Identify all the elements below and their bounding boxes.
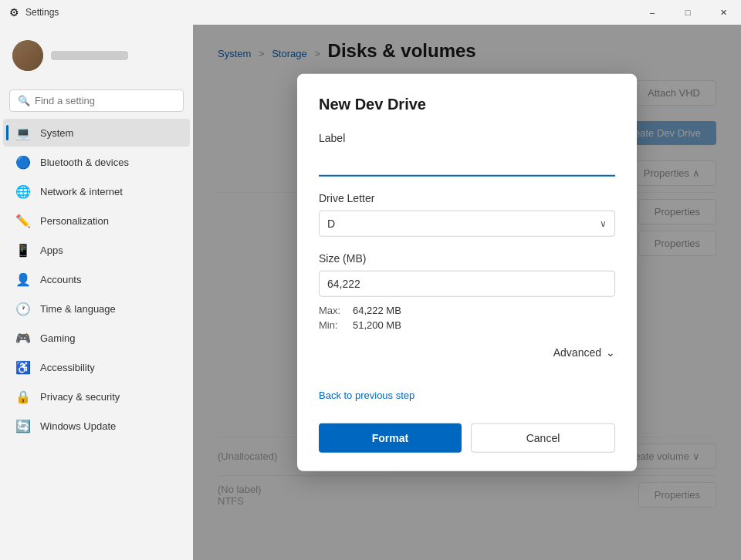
user-info	[51, 51, 128, 60]
advanced-toggle[interactable]: Advanced ⌄	[319, 346, 615, 359]
dialog-footer: Format Cancel	[319, 423, 615, 453]
update-icon: 🔄	[15, 418, 31, 433]
user-profile[interactable]	[0, 31, 193, 80]
settings-layout: 🔍 💻 System 🔵 Bluetooth & devices 🌐 Netwo…	[0, 25, 741, 560]
sidebar-item-label-time: Time & language	[40, 303, 116, 315]
sidebar-item-time[interactable]: 🕐 Time & language	[3, 295, 190, 322]
time-icon: 🕐	[15, 301, 31, 316]
gaming-icon: 🎮	[15, 330, 31, 346]
sidebar-item-label-system: System	[40, 127, 73, 139]
user-name	[51, 51, 128, 60]
main-content: System > Storage > Disks & volumes Creat…	[193, 25, 741, 560]
drive-letter-label: Drive Letter	[319, 192, 615, 204]
sidebar-item-network[interactable]: 🌐 Network & internet	[3, 177, 190, 205]
drive-letter-select[interactable]: D ∨	[319, 211, 615, 237]
sidebar-item-label-personalization: Personalization	[40, 215, 109, 227]
drive-letter-field-group: Drive Letter D ∨	[319, 192, 615, 237]
title-bar: ⚙ Settings – □ ✕	[0, 0, 741, 25]
apps-icon: 📱	[15, 242, 31, 258]
search-input[interactable]	[35, 95, 175, 106]
sidebar-item-personalization[interactable]: ✏️ Personalization	[3, 207, 190, 234]
sidebar-item-label-privacy: Privacy & security	[40, 391, 120, 403]
min-size-row: Min: 51,200 MB	[319, 319, 615, 331]
new-dev-drive-dialog: New Dev Drive Label Drive Letter D ∨ Siz…	[297, 74, 637, 471]
dialog-title: New Dev Drive	[319, 96, 615, 113]
drive-letter-value: D	[320, 211, 614, 236]
personalization-icon: ✏️	[15, 213, 31, 228]
max-label: Max:	[319, 305, 347, 316]
title-bar-controls: – □ ✕	[634, 0, 741, 25]
sidebar-item-label-gaming: Gaming	[40, 332, 76, 344]
size-field-label: Size (MB)	[319, 252, 615, 265]
sidebar-item-update[interactable]: 🔄 Windows Update	[3, 412, 190, 440]
chevron-down-icon-advanced: ⌄	[606, 346, 615, 359]
title-bar-title: Settings	[25, 7, 59, 18]
size-info: Max: 64,222 MB Min: 51,200 MB	[319, 305, 615, 331]
accounts-icon: 👤	[15, 272, 31, 287]
sidebar-item-label-accessibility: Accessibility	[40, 362, 95, 373]
sidebar-item-gaming[interactable]: 🎮 Gaming	[3, 324, 190, 352]
privacy-icon: 🔒	[15, 389, 31, 404]
search-box[interactable]: 🔍	[9, 89, 184, 112]
min-label: Min:	[319, 319, 347, 331]
back-to-previous-step-link[interactable]: Back to previous step	[319, 390, 414, 401]
sidebar-item-label-accounts: Accounts	[40, 274, 81, 285]
max-size-row: Max: 64,222 MB	[319, 305, 615, 316]
sidebar-item-label-update: Windows Update	[40, 420, 116, 432]
sidebar-item-privacy[interactable]: 🔒 Privacy & security	[3, 383, 190, 410]
label-field-label: Label	[319, 132, 615, 144]
max-value: 64,222 MB	[353, 305, 401, 316]
sidebar-item-bluetooth[interactable]: 🔵 Bluetooth & devices	[3, 148, 190, 176]
bluetooth-icon: 🔵	[15, 154, 31, 170]
settings-icon: ⚙	[9, 6, 19, 19]
label-input[interactable]	[319, 150, 615, 177]
sidebar-item-label-network: Network & internet	[40, 186, 123, 197]
min-value: 51,200 MB	[353, 319, 401, 331]
cancel-button[interactable]: Cancel	[471, 423, 615, 453]
size-field-group: Size (MB) Max: 64,222 MB Min: 51,200 MB	[319, 252, 615, 331]
network-icon: 🌐	[15, 184, 31, 199]
advanced-label: Advanced	[553, 346, 601, 359]
minimize-button[interactable]: –	[634, 0, 670, 25]
system-icon: 💻	[15, 125, 31, 140]
format-button[interactable]: Format	[319, 423, 462, 453]
avatar	[12, 40, 43, 71]
sidebar: 🔍 💻 System 🔵 Bluetooth & devices 🌐 Netwo…	[0, 25, 193, 560]
sidebar-item-accessibility[interactable]: ♿ Accessibility	[3, 353, 190, 381]
sidebar-item-label-apps: Apps	[40, 245, 63, 256]
size-input[interactable]	[319, 271, 615, 297]
sidebar-item-label-bluetooth: Bluetooth & devices	[40, 157, 129, 168]
accessibility-icon: ♿	[15, 359, 31, 375]
sidebar-item-apps[interactable]: 📱 Apps	[3, 236, 190, 264]
maximize-button[interactable]: □	[670, 0, 705, 25]
sidebar-item-system[interactable]: 💻 System	[3, 119, 190, 147]
close-button[interactable]: ✕	[705, 0, 741, 25]
label-field-group: Label	[319, 132, 615, 177]
sidebar-item-accounts[interactable]: 👤 Accounts	[3, 265, 190, 293]
search-icon: 🔍	[18, 95, 30, 106]
